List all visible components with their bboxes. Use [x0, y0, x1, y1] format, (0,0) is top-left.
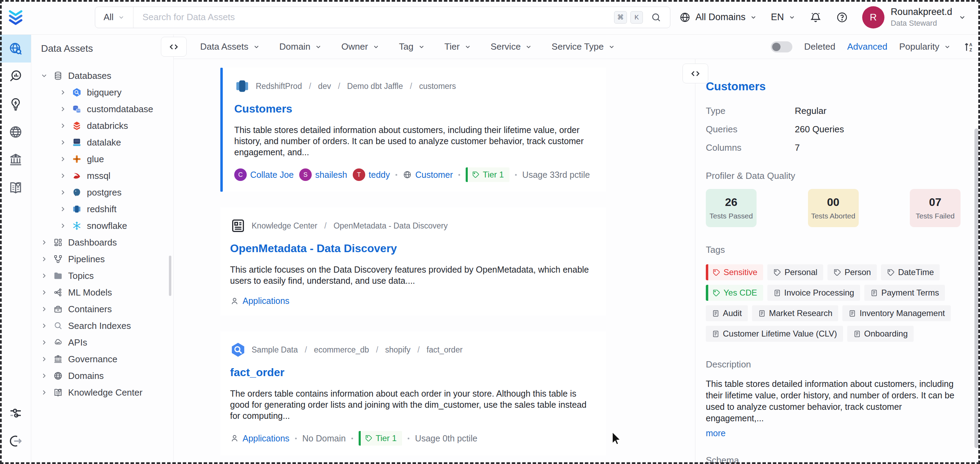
chevron-right-icon[interactable] — [59, 122, 67, 130]
tree-item-knowledge-center[interactable]: Knowledge Center — [31, 384, 173, 401]
user-menu[interactable]: R Rounakpreet.d Data Steward — [862, 6, 966, 29]
more-link[interactable]: more — [706, 428, 725, 438]
collapse-panel-button[interactable] — [682, 64, 708, 83]
filter-owner[interactable]: Owner — [341, 41, 380, 52]
help-icon[interactable] — [836, 11, 848, 24]
tree-item-containers[interactable]: Containers — [31, 301, 173, 318]
tag-chip-invoice-processing[interactable]: Invoice Processing — [767, 285, 860, 301]
tag-chip-customer-lifetime-value-clv[interactable]: Customer Lifetime Value (CLV) — [706, 326, 843, 342]
tag-chip-datetime[interactable]: DateTime — [881, 264, 940, 280]
tree-item-postgres[interactable]: postgres — [31, 184, 173, 201]
result-card-openmetadata-data-discovery[interactable]: Knowledge Center/OpenMetadata - Data Dis… — [220, 207, 606, 316]
chevron-right-icon[interactable] — [59, 172, 67, 180]
domains-dropdown[interactable]: All Domains — [679, 11, 757, 23]
tree-item-governance[interactable]: Governance — [31, 351, 173, 367]
search-input[interactable] — [134, 7, 614, 28]
chevron-right-icon[interactable] — [40, 272, 48, 280]
chevron-right-icon[interactable] — [40, 289, 48, 296]
domain-link[interactable]: Customer — [403, 170, 453, 180]
tag-chip-inventory-management[interactable]: Inventory Management — [842, 305, 950, 321]
tree-item-bigquery[interactable]: bigquery — [31, 84, 173, 101]
collate-logo-icon[interactable] — [0, 8, 31, 27]
quality-card-tests-passed[interactable]: 26 Tests Passed — [706, 189, 757, 227]
chevron-right-icon[interactable] — [59, 205, 67, 213]
chevron-right-icon[interactable] — [59, 222, 67, 230]
chevron-right-icon[interactable] — [59, 138, 67, 146]
tree-item-dashboards[interactable]: Dashboards — [31, 234, 173, 251]
filter-tag[interactable]: Tag — [399, 41, 425, 52]
breadcrumb-segment[interactable]: ecommerce_db — [314, 345, 369, 354]
breadcrumb-segment[interactable]: OpenMetadata - Data Discovery — [334, 221, 448, 230]
result-card-fact-order[interactable]: Sample Data/ecommerce_db/shopify/fact_or… — [220, 331, 606, 455]
breadcrumb-segment[interactable]: RedshiftProd — [256, 82, 302, 91]
result-title[interactable]: fact_order — [230, 366, 592, 379]
chevron-right-icon[interactable] — [40, 355, 48, 363]
chevron-right-icon[interactable] — [40, 389, 48, 396]
sort-dropdown[interactable]: Popularity — [899, 41, 951, 52]
filter-domain[interactable]: Domain — [279, 41, 322, 52]
result-title[interactable]: Customers — [234, 102, 592, 115]
chevron-right-icon[interactable] — [59, 105, 67, 113]
owner-collate-joe[interactable]: CCollate Joe — [234, 168, 294, 181]
breadcrumb-segment[interactable]: Sample Data — [251, 345, 298, 354]
window-scrollbar[interactable] — [974, 129, 978, 448]
tag-chip-audit[interactable]: Audit — [706, 305, 748, 321]
chevron-right-icon[interactable] — [40, 238, 48, 246]
tag-chip-person[interactable]: Person — [827, 264, 877, 280]
tree-item-domains[interactable]: Domains — [31, 367, 173, 384]
rail-item-knowledge-center[interactable] — [0, 174, 31, 202]
tree-scrollbar[interactable] — [169, 256, 171, 296]
applications-link[interactable]: Applications — [230, 296, 290, 306]
chevron-right-icon[interactable] — [40, 372, 48, 380]
advanced-link[interactable]: Advanced — [847, 41, 888, 52]
tree-item-topics[interactable]: Topics — [31, 267, 173, 284]
chevron-right-icon[interactable] — [59, 155, 67, 163]
tree-item-apis[interactable]: APIs — [31, 334, 173, 351]
quality-card-tests-aborted[interactable]: 00 Tests Aborted — [808, 189, 859, 227]
tree-item-snowflake[interactable]: snowflake — [31, 218, 173, 234]
tree-item-search-indexes[interactable]: Search Indexes — [31, 318, 173, 334]
quality-card-tests-failed[interactable]: 07 Tests Failed — [910, 189, 961, 227]
deleted-toggle[interactable] — [771, 41, 792, 52]
tree-item-customdatabase[interactable]: customdatabase — [31, 101, 173, 118]
tree-item-mssql[interactable]: mssql — [31, 167, 173, 184]
chevron-right-icon[interactable] — [40, 255, 48, 263]
tag-chip-personal[interactable]: Personal — [767, 264, 823, 280]
tree-item-redshift[interactable]: redshift — [31, 201, 173, 218]
filter-service-type[interactable]: Service Type — [552, 41, 615, 52]
search-scope-select[interactable]: All — [95, 7, 134, 28]
filter-tier[interactable]: Tier — [444, 41, 471, 52]
breadcrumb-segment[interactable]: Demo dbt Jaffle — [347, 82, 403, 91]
breadcrumb-segment[interactable]: Knowledge Center — [251, 221, 317, 230]
rail-item-insights[interactable] — [0, 90, 31, 118]
sort-direction-icon[interactable]: AZ — [963, 41, 974, 53]
tree-item-databases[interactable]: Databases — [31, 67, 173, 84]
tree-item-datalake[interactable]: datalake — [31, 134, 173, 151]
tier-badge[interactable]: Tier 1 — [466, 167, 509, 182]
breadcrumb-segment[interactable]: shopify — [385, 345, 410, 354]
rail-item-preferences[interactable] — [0, 399, 31, 427]
tree-item-pipelines[interactable]: Pipelines — [31, 251, 173, 267]
rail-item-domains[interactable] — [0, 118, 31, 146]
applications-link[interactable]: Applications — [230, 434, 290, 443]
result-card-customers[interactable]: RedshiftProd/dev/Demo dbt Jaffle/custome… — [220, 68, 606, 192]
breadcrumb-segment[interactable]: fact_order — [427, 345, 463, 354]
filter-data-assets[interactable]: Data Assets — [200, 41, 260, 52]
collapse-tree-button[interactable] — [161, 37, 187, 57]
filter-service[interactable]: Service — [491, 41, 532, 52]
tier-badge[interactable]: Tier 1 — [359, 431, 402, 446]
owner-shailesh[interactable]: Sshailesh — [299, 168, 347, 181]
owner-teddy[interactable]: Tteddy — [353, 168, 390, 181]
tree-item-ml-models[interactable]: ML Models — [31, 284, 173, 301]
breadcrumb-segment[interactable]: customers — [419, 82, 456, 91]
breadcrumb-segment[interactable]: dev — [318, 82, 331, 91]
chevron-right-icon[interactable] — [40, 305, 48, 313]
tree-item-databricks[interactable]: databricks — [31, 118, 173, 134]
tag-chip-market-research[interactable]: Market Research — [752, 305, 838, 321]
panel-title[interactable]: Customers — [706, 80, 961, 93]
notifications-bell-icon[interactable] — [809, 11, 822, 24]
chevron-right-icon[interactable] — [59, 189, 67, 196]
rail-item-observability[interactable] — [0, 62, 31, 90]
chevron-right-icon[interactable] — [59, 89, 67, 96]
chevron-right-icon[interactable] — [40, 322, 48, 330]
